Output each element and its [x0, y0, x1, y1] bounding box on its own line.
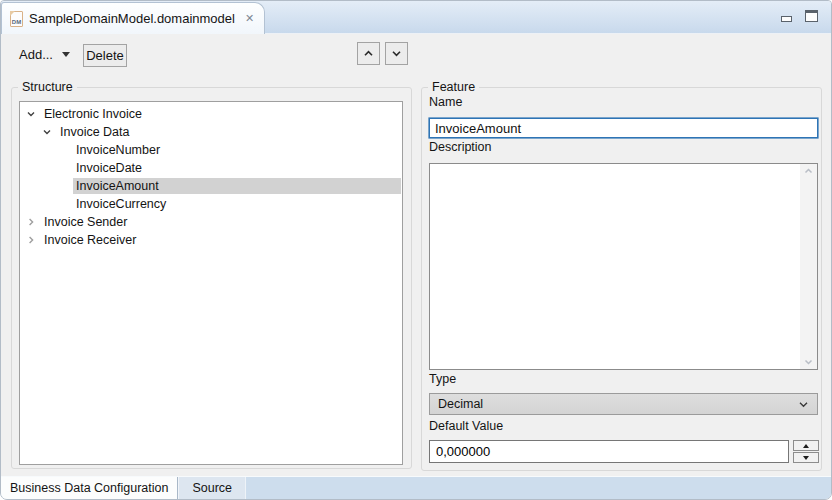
tree-item-label: Invoice Data: [57, 124, 401, 140]
scroll-down-icon[interactable]: [804, 358, 813, 366]
file-icon-text: DM: [12, 18, 21, 26]
tree-item-invoicenumber[interactable]: InvoiceNumber: [20, 141, 402, 159]
tree-item-invoicecurrency[interactable]: InvoiceCurrency: [20, 195, 402, 213]
structure-group: Structure Electronic InvoiceInvoice Data…: [11, 87, 412, 469]
add-button-label: Add...: [19, 47, 53, 62]
tree-item-label: Invoice Receiver: [41, 232, 401, 248]
page-tab-business-data-configuration[interactable]: Business Data Configuration: [1, 477, 178, 499]
domainmodel-file-icon: DM: [10, 11, 23, 27]
structure-group-label: Structure: [18, 80, 77, 95]
delete-button[interactable]: Delete: [83, 44, 127, 67]
feature-group-label: Feature: [428, 80, 479, 95]
tree-item-invoiceamount[interactable]: InvoiceAmount: [20, 177, 402, 195]
spinner-down-button[interactable]: [793, 452, 819, 463]
file-icon-fold: [10, 11, 15, 16]
name-label: Name: [429, 95, 462, 110]
tree-item-invoice-receiver[interactable]: Invoice Receiver: [20, 231, 402, 249]
tree-item-invoicedate[interactable]: InvoiceDate: [20, 159, 402, 177]
tree-item-label: InvoiceAmount: [73, 178, 401, 194]
tab-close-icon[interactable]: ✕: [245, 13, 254, 24]
spinner-up-button[interactable]: [793, 440, 819, 451]
delete-button-label: Delete: [86, 48, 124, 63]
default-value-spinner: [793, 440, 819, 463]
tree-item-label: Electronic Invoice: [41, 106, 401, 122]
default-value-input[interactable]: [429, 440, 789, 463]
editor-tab-sampledomainmodel[interactable]: DM SampleDomainModel.domainmodel ✕: [1, 2, 265, 34]
tree-item-label: Invoice Sender: [41, 214, 401, 230]
structure-tree[interactable]: Electronic InvoiceInvoice DataInvoiceNum…: [19, 101, 403, 465]
description-textarea[interactable]: [430, 164, 800, 369]
type-select[interactable]: Decimal: [429, 393, 818, 415]
move-down-button[interactable]: [385, 42, 408, 65]
tree-item-invoice-sender[interactable]: Invoice Sender: [20, 213, 402, 231]
type-label: Type: [429, 372, 456, 387]
view-window-buttons: [781, 10, 818, 22]
page-tab-source[interactable]: Source: [178, 477, 246, 499]
page-tab-label: Business Data Configuration: [10, 481, 168, 495]
dropdown-caret-icon: [62, 52, 70, 57]
triangle-down-icon: [803, 456, 809, 460]
editor-window: DM SampleDomainModel.domainmodel ✕ Add..…: [0, 0, 832, 500]
tree-expanded-chevron-icon[interactable]: [26, 109, 36, 119]
add-dropdown-button[interactable]: Add...: [15, 43, 74, 66]
page-tab-label: Source: [192, 481, 232, 495]
tree-item-label: InvoiceDate: [73, 160, 401, 176]
tree-item-invoice-data[interactable]: Invoice Data: [20, 123, 402, 141]
chevron-down-icon: [798, 399, 809, 410]
name-input[interactable]: [429, 118, 818, 138]
bottom-tab-strip: Business Data ConfigurationSource: [1, 476, 831, 499]
type-select-value: Decimal: [438, 397, 483, 411]
triangle-up-icon: [803, 444, 809, 448]
default-value-label: Default Value: [429, 419, 503, 434]
editor-tab-title: SampleDomainModel.domainmodel: [29, 11, 235, 26]
tree-collapsed-chevron-icon[interactable]: [26, 217, 36, 227]
description-box: [429, 163, 818, 370]
feature-group: Feature Name Description Type Decimal De…: [421, 87, 822, 471]
description-scrollbar[interactable]: [800, 164, 817, 369]
editor-tab-strip: DM SampleDomainModel.domainmodel ✕: [1, 1, 831, 34]
chevron-up-icon: [362, 47, 375, 60]
tree-collapsed-chevron-icon[interactable]: [26, 235, 36, 245]
minimize-icon[interactable]: [781, 16, 792, 22]
description-label: Description: [429, 140, 492, 155]
tree-expanded-chevron-icon[interactable]: [42, 127, 52, 137]
tree-item-electronic-invoice[interactable]: Electronic Invoice: [20, 105, 402, 123]
tree-item-label: InvoiceNumber: [73, 142, 401, 158]
maximize-icon[interactable]: [805, 10, 818, 22]
tree-item-label: InvoiceCurrency: [73, 196, 401, 212]
move-up-button[interactable]: [357, 42, 380, 65]
scroll-up-icon[interactable]: [804, 167, 813, 175]
chevron-down-icon: [390, 47, 403, 60]
